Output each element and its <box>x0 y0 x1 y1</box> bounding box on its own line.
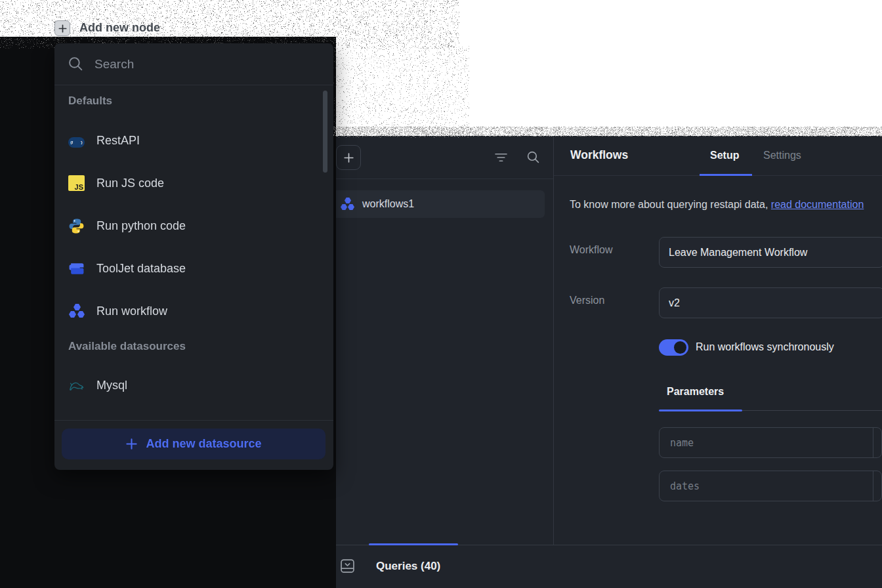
parameters-underline <box>742 410 882 411</box>
version-select-input[interactable] <box>659 287 882 318</box>
parameters-title: Parameters <box>667 386 724 398</box>
setup-panel-header: Workflows Setup Settings <box>554 136 882 176</box>
param-key-value-divider <box>873 471 873 501</box>
parameter-name-input[interactable] <box>660 428 881 457</box>
workflow-select-input[interactable] <box>659 237 882 268</box>
queries-count-label[interactable]: Queries (40) <box>376 560 440 573</box>
queries-tab-indicator <box>369 543 458 545</box>
menu-item-label: Run python code <box>96 219 186 233</box>
section-label-datasources: Available datasources <box>68 340 186 353</box>
restapi-badge-text: {REST} <box>70 140 82 144</box>
search-icon[interactable] <box>526 150 540 164</box>
menu-item-restapi[interactable]: {REST} RestAPI <box>54 119 320 161</box>
queries-panel-header <box>325 136 553 179</box>
panel-divider <box>553 136 554 545</box>
collapse-panel-icon[interactable] <box>341 559 354 576</box>
menu-footer-divider <box>54 420 333 421</box>
mysql-icon <box>68 377 85 394</box>
section-label-defaults: Defaults <box>68 94 112 108</box>
workflow-icon <box>340 198 354 211</box>
menu-scrollbar[interactable] <box>323 91 327 173</box>
js-badge-text: JS <box>75 183 83 191</box>
menu-item-label: ToolJet database <box>96 262 186 276</box>
add-node-menu: Defaults {REST} RestAPI JS Run JS code R… <box>54 43 333 470</box>
add-query-button[interactable] <box>336 145 361 170</box>
menu-item-mysql[interactable]: Mysql <box>54 364 320 406</box>
js-icon: JS <box>68 175 85 191</box>
description-text: To know more about querying restapi data… <box>570 199 771 210</box>
parameter-row-dates <box>659 471 882 501</box>
active-tab-indicator <box>700 174 752 176</box>
restapi-icon: {REST} <box>68 137 85 148</box>
query-list-item-workflows1[interactable]: workflows1 <box>331 190 545 218</box>
add-datasource-label: Add new datasource <box>146 437 261 451</box>
python-icon <box>68 218 85 234</box>
menu-item-run-workflow[interactable]: Run workflow <box>54 290 320 332</box>
version-field-label: Version <box>570 295 604 306</box>
menu-item-tooljet-database[interactable]: ToolJet database <box>54 247 320 289</box>
add-new-datasource-button[interactable]: Add new datasource <box>62 429 326 459</box>
plus-icon <box>125 438 138 450</box>
setup-panel-title: Workflows <box>570 148 628 162</box>
menu-item-label: RestAPI <box>96 134 140 148</box>
filter-icon[interactable] <box>494 152 508 163</box>
menu-item-label: Run JS code <box>96 177 164 190</box>
menu-item-run-js[interactable]: JS Run JS code <box>54 162 320 204</box>
workflow-icon <box>68 303 85 320</box>
read-documentation-link[interactable]: read documentation <box>771 199 864 210</box>
search-icon <box>68 56 84 72</box>
run-sync-toggle-label: Run workflows synchronously <box>696 341 834 353</box>
add-node-button[interactable] <box>54 20 70 36</box>
menu-item-run-python[interactable]: Run python code <box>54 205 320 247</box>
toggle-knob <box>674 341 686 354</box>
plus-icon <box>58 24 68 33</box>
parameters-active-underline <box>659 410 742 411</box>
tab-settings[interactable]: Settings <box>763 150 801 161</box>
menu-item-label: Mysql <box>96 379 127 392</box>
tooljet-db-icon <box>68 261 85 277</box>
parameter-row-name <box>659 427 882 458</box>
param-key-value-divider <box>873 428 873 457</box>
menu-item-label: Run workflow <box>96 304 167 318</box>
tab-setup[interactable]: Setup <box>710 150 739 161</box>
add-node-button-label: Add new node <box>79 21 160 35</box>
query-item-label: workflows1 <box>362 198 414 210</box>
workflow-field-label: Workflow <box>570 244 613 256</box>
noise-texture <box>328 46 469 138</box>
menu-search-row <box>54 43 333 85</box>
noise-texture <box>325 127 882 136</box>
app-window: workflows1 Workflows Setup Settings To k… <box>325 136 882 588</box>
parameter-dates-input[interactable] <box>660 471 881 501</box>
setup-description: To know more about querying restapi data… <box>570 199 882 211</box>
plus-icon <box>343 152 354 163</box>
run-sync-toggle[interactable] <box>659 339 688 356</box>
menu-search-input[interactable] <box>94 57 320 72</box>
